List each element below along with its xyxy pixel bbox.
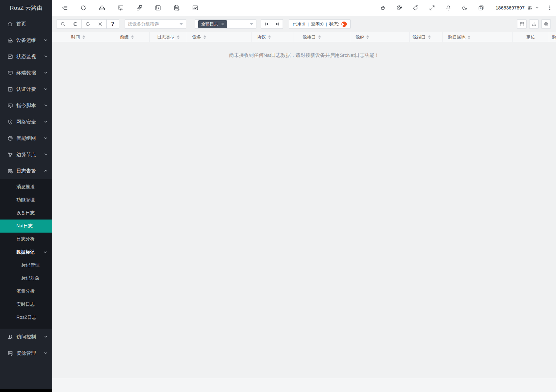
bell-icon[interactable]	[445, 5, 452, 11]
nat-log-table-header: 时间 前缀 日志类型 设备 协议 源接口 源IP 源端口 源归属地 定位 源地址	[52, 32, 556, 42]
chevron-down-icon	[44, 38, 48, 42]
sidebar-item-log-alerts[interactable]: 日志告警	[0, 163, 52, 179]
sidebar-subitem-realtime-logs[interactable]: 实时日志	[0, 298, 52, 311]
sidebar-item-terminal-data[interactable]: 终端数据	[0, 65, 52, 81]
terminal-icon	[7, 103, 13, 109]
export-button[interactable]	[529, 19, 539, 29]
sidebar-subitem-mark-mgmt[interactable]: 标记管理	[0, 259, 52, 272]
sort-icon[interactable]	[203, 35, 206, 39]
column-header-src-interface[interactable]: 源接口	[293, 32, 350, 42]
column-header-prefix[interactable]: 前缀	[104, 32, 150, 42]
sidebar-item-access-control[interactable]: 访问控制	[0, 329, 52, 345]
clear-button[interactable]	[94, 19, 107, 29]
sidebar-item-network-security[interactable]: 网络安全	[0, 114, 52, 130]
sort-icon[interactable]	[318, 35, 321, 39]
app-logo: RosZ 云路由	[0, 0, 52, 16]
kebab-menu-icon[interactable]	[547, 5, 553, 11]
column-header-device[interactable]: 设备	[187, 32, 252, 42]
sort-icon[interactable]	[82, 35, 85, 39]
sort-icon[interactable]	[428, 35, 431, 39]
last-page-button[interactable]	[272, 19, 283, 29]
collapse-sidebar-icon[interactable]	[61, 4, 68, 11]
first-page-button[interactable]	[261, 19, 272, 29]
search-button[interactable]	[57, 19, 69, 29]
column-header-src-ip[interactable]: 源IP	[350, 32, 410, 42]
column-header-protocol[interactable]: 协议	[252, 32, 293, 42]
user-group-icon	[527, 5, 533, 11]
column-header-src-address[interactable]: 源地址	[549, 32, 556, 42]
filter-button-group: ?	[57, 19, 119, 29]
topbar-right-icons: A 18653697697	[380, 5, 556, 11]
caret-down-icon	[180, 23, 183, 25]
globe-button[interactable]	[69, 19, 82, 29]
sidebar-subitem-log-analysis[interactable]: 日志分析	[0, 233, 52, 246]
palette-icon[interactable]	[396, 5, 403, 11]
column-header-log-type[interactable]: 日志类型	[150, 32, 187, 42]
chevron-up-icon	[44, 169, 48, 173]
sidebar: RosZ 云路由 首页 设备运维 状态监视 终端数据 ¥ 认证计费 指令脚本 网…	[0, 0, 52, 392]
terminal-push-icon[interactable]	[117, 4, 124, 11]
table-body-area: 尚未接收到任何Nat日志数据，请对接新设备并启用SrcNat日志功能！	[52, 42, 556, 378]
column-header-time[interactable]: 时间	[52, 32, 104, 42]
sidebar-item-home[interactable]: 首页	[0, 16, 52, 32]
tag-close-icon[interactable]	[221, 23, 224, 25]
sidebar-item-smart-network[interactable]: 智能组网	[0, 130, 52, 146]
caret-down-icon	[250, 23, 253, 25]
chevron-down-icon	[44, 335, 48, 339]
nat-pool-status: 已用:0 | 空闲:0 | 状态:	[289, 19, 351, 29]
sort-icon[interactable]	[468, 35, 470, 39]
sidebar-item-device-ops[interactable]: 设备运维	[0, 32, 52, 48]
chevron-down-icon	[44, 55, 48, 58]
sidebar-item-label: 访问控制	[16, 334, 44, 340]
sidebar-subitem-rosz-logs[interactable]: RosZ日志	[0, 311, 52, 324]
log-alert-icon	[7, 168, 13, 174]
coffee-icon[interactable]	[380, 5, 386, 11]
log-clock-icon[interactable]	[173, 4, 180, 11]
sidebar-subitem-message-push[interactable]: 消息推送	[0, 180, 52, 193]
dark-mode-icon[interactable]	[461, 5, 468, 11]
sidebar-item-edge-nodes[interactable]: 边缘节点	[0, 146, 52, 163]
sort-icon[interactable]	[177, 35, 180, 39]
fullscreen-icon[interactable]	[429, 5, 435, 11]
tag-icon[interactable]	[412, 5, 419, 11]
log-type-select[interactable]: 全部日志	[195, 19, 256, 29]
device-group-select[interactable]: 按设备分组筛选	[125, 19, 186, 29]
sidebar-item-resource-mgmt[interactable]: 资源管理	[0, 345, 52, 361]
chevron-down-icon	[44, 136, 48, 140]
sidebar-item-auth-billing[interactable]: ¥ 认证计费	[0, 81, 52, 97]
sidebar-subitem-function-mgmt[interactable]: 功能管理	[0, 193, 52, 206]
account-menu[interactable]: 18653697697	[495, 5, 539, 11]
sidebar-item-status-monitor[interactable]: 状态监视	[0, 48, 52, 65]
sidebar-subitem-mark-objects[interactable]: 标记对象	[0, 272, 52, 285]
monitor-chart-icon	[7, 54, 13, 60]
sidebar-subitem-data-marking[interactable]: 数据标记	[0, 246, 52, 259]
chevron-down-icon	[44, 87, 48, 91]
column-header-src-region[interactable]: 源归属地	[443, 32, 513, 42]
sort-icon[interactable]	[268, 35, 271, 39]
topology-icon[interactable]	[136, 4, 143, 11]
page-nav-buttons	[261, 19, 283, 29]
sidebar-item-scripts[interactable]: 指令脚本	[0, 97, 52, 114]
column-header-locate[interactable]: 定位	[513, 32, 549, 42]
sidebar-subitem-nat-logs[interactable]: Nat日志	[0, 220, 52, 233]
help-button[interactable]: ?	[106, 19, 119, 29]
svg-text:¥: ¥	[9, 88, 11, 91]
language-icon[interactable]: A	[478, 5, 484, 11]
sidebar-subitem-device-logs[interactable]: 设备日志	[0, 206, 52, 220]
sort-icon[interactable]	[131, 35, 134, 39]
billing-icon[interactable]: ¥	[154, 4, 162, 11]
refresh-icon[interactable]	[80, 4, 87, 11]
refresh-button[interactable]	[81, 19, 94, 29]
sort-icon[interactable]	[366, 35, 369, 39]
nodes-icon	[7, 152, 13, 158]
print-button[interactable]	[541, 19, 551, 29]
account-phone: 18653697697	[495, 5, 525, 10]
chevron-down-icon	[535, 6, 539, 10]
topbar-left-icons: ¥	[52, 4, 199, 11]
sidebar-subitem-traffic-analysis[interactable]: 流量分析	[0, 285, 52, 298]
devices-icon[interactable]	[98, 4, 106, 11]
desktop-icon	[7, 70, 13, 76]
monitor-chart-icon[interactable]	[192, 4, 199, 11]
columns-button[interactable]	[517, 19, 527, 29]
column-header-src-port[interactable]: 源端口	[410, 32, 443, 42]
